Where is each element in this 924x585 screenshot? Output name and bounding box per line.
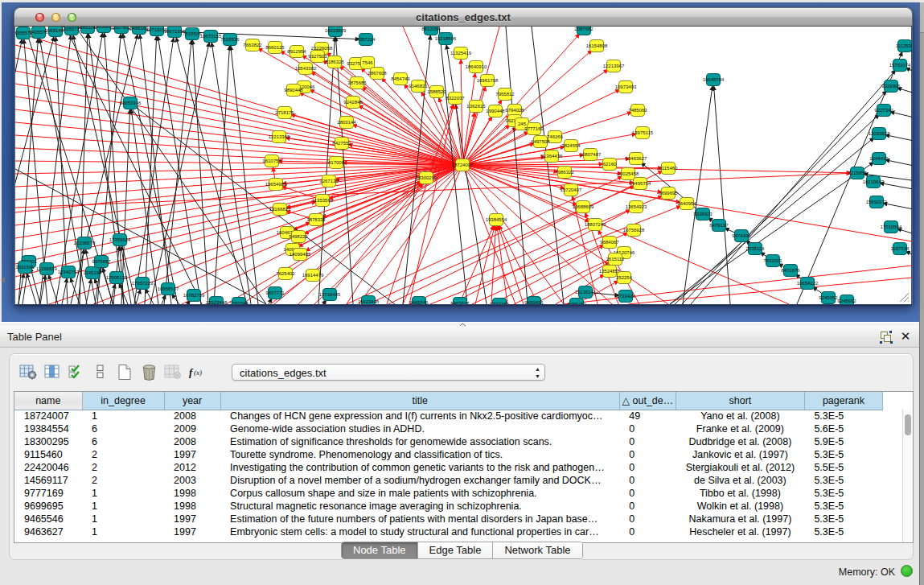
table-cell: 5.3E-5 [804,474,882,487]
table-row[interactable]: 1938455462009Genome-wide association stu… [14,422,883,435]
table-cell: 9465546 [14,513,82,525]
table-cell: 1998 [164,487,220,500]
app-right-scroll-strip[interactable] [919,2,924,585]
window-close-button[interactable] [35,13,44,22]
row-height-icon[interactable] [88,361,113,382]
graph-node-label: 252254 [616,275,633,280]
table-cell: 5.3E-5 [804,513,882,525]
graph-node-label: 16033809 [325,28,347,33]
memory-status-label: Memory: OK [839,566,895,578]
graph-edge[interactable] [62,278,67,304]
graph-edge[interactable] [670,138,874,304]
show-columns-icon[interactable] [40,361,64,382]
table-row[interactable]: 1830029562008Estimation of significance … [14,435,883,448]
table-row[interactable]: 1456911722003Disruption of a novel membe… [14,474,883,487]
table-row[interactable]: 2242004622012Investigating the contribut… [14,461,883,474]
delete-trash-icon[interactable] [137,361,161,382]
window-resize-grip-icon[interactable] [897,290,910,303]
column-header-name[interactable]: name [14,392,82,410]
graph-edge[interactable] [211,43,251,304]
graph-edge[interactable] [176,38,247,304]
graph-edge[interactable] [162,295,166,304]
table-row[interactable]: 1872400712008Changes of HCN gene express… [14,410,883,422]
table-settings-icon[interactable] [16,361,40,382]
citation-graph[interactable]: 1905572940557120691406160557231085326710… [15,27,912,304]
graph-node-label: 6479197 [709,223,729,228]
window-zoom-button[interactable] [68,13,76,22]
tab-network-table[interactable]: Network Table [493,542,581,558]
table-cell: Hescheler et al. (1997) [676,525,804,538]
graph-edge[interactable] [880,183,912,190]
network-view-window[interactable]: 1905572940557120691406160557231085326710… [14,7,913,305]
graph-edge[interactable] [359,165,462,304]
column-header-short[interactable]: short [676,392,804,410]
graph-node-label: 1362615 [466,104,486,109]
graph-edge[interactable] [140,35,171,304]
row-selection-icon[interactable] [64,361,88,382]
tab-node-table[interactable]: Node Table [342,542,418,558]
graph-edge[interactable] [670,163,873,304]
graph-node-label: 2867608 [368,71,387,76]
graph-edge[interactable] [15,161,462,165]
graph-edge[interactable] [15,122,462,165]
graph-edge[interactable] [885,160,912,167]
window-titlebar[interactable]: citations_edges.txt [14,7,913,27]
import-table-icon[interactable] [161,361,185,382]
scrollbar-thumb[interactable] [905,414,911,435]
column-header-indegree[interactable]: in_degree [82,392,164,410]
graph-edge[interactable] [409,105,454,304]
table-cell: 9777169 [14,487,82,500]
memory-status-indicator[interactable] [901,565,913,577]
graph-edge[interactable] [15,97,462,165]
graph-edge[interactable] [27,274,36,304]
column-header-pagerank[interactable]: pagerank [804,392,882,410]
function-builder-icon[interactable]: f (x) [185,361,209,382]
graph-edge[interactable] [897,229,912,235]
graph-edge[interactable] [15,45,462,165]
graph-edge[interactable] [683,86,713,304]
window-minimize-button[interactable] [51,13,60,22]
table-row[interactable]: 911546021997Tourette syndrome. Phenomeno… [14,448,883,461]
table-cell: 5.5E-5 [804,461,882,474]
table-cell: 2009 [164,422,220,435]
float-panel-icon[interactable] [880,331,893,344]
graph-edge[interactable] [164,40,191,304]
graph-edge[interactable] [136,290,141,304]
table-cell: 1998 [164,500,220,513]
table-row[interactable]: 977716911998Corpus callosum shape and si… [14,487,883,500]
column-header-year[interactable]: year [164,392,220,410]
graph-edge[interactable] [897,88,912,94]
table-row[interactable]: 946554611997Estimation of the future num… [14,513,883,525]
graph-edge[interactable] [347,183,423,304]
graph-edge[interactable] [890,112,912,118]
graph-node-label: 19218506 [435,36,457,41]
graph-node-label: 9777169 [524,126,544,131]
graph-node-label: 2935114 [746,246,766,251]
graph-edge[interactable] [31,268,40,304]
graph-edge[interactable] [318,37,335,304]
table-selector-dropdown[interactable]: citations_edges.txt ▲▼ [232,364,545,381]
graph-node-label: 17957223 [132,281,154,286]
tab-edge-table[interactable]: Edge Table [418,542,494,558]
graph-edge[interactable] [462,165,515,304]
graph-edge[interactable] [145,36,157,304]
splitter-collapse-arrow-icon[interactable] [1,277,5,283]
table-cell: 2008 [164,435,220,448]
graph-node-label: 9657771 [265,290,285,295]
new-document-icon[interactable] [113,361,137,382]
column-header-title[interactable]: title [220,392,619,410]
close-panel-icon[interactable]: ✕ [900,330,911,343]
node-table[interactable]: namein_degreeyeartitle△ out_de…shortpage… [14,391,914,543]
table-vertical-scrollbar[interactable] [902,410,913,542]
column-header-outde[interactable]: △ out_de… [619,392,676,410]
table-row[interactable]: 969969511998Structural magnetic resonanc… [14,500,883,513]
graph-node-label: 9329906 [881,84,901,89]
table-cell: Estimation of the future numbers of pati… [220,513,619,525]
graph-node-label: 12213967 [603,64,625,68]
network-canvas[interactable]: 1905572940557120691406160557231085326710… [14,27,912,305]
graph-node-label: 9465546 [409,300,429,304]
graph-edge[interactable] [403,165,462,304]
table-row[interactable]: 946362711997Embryonic stem cells: a mode… [14,525,883,538]
graph-edge[interactable] [15,32,462,165]
graph-edge[interactable] [123,34,178,304]
